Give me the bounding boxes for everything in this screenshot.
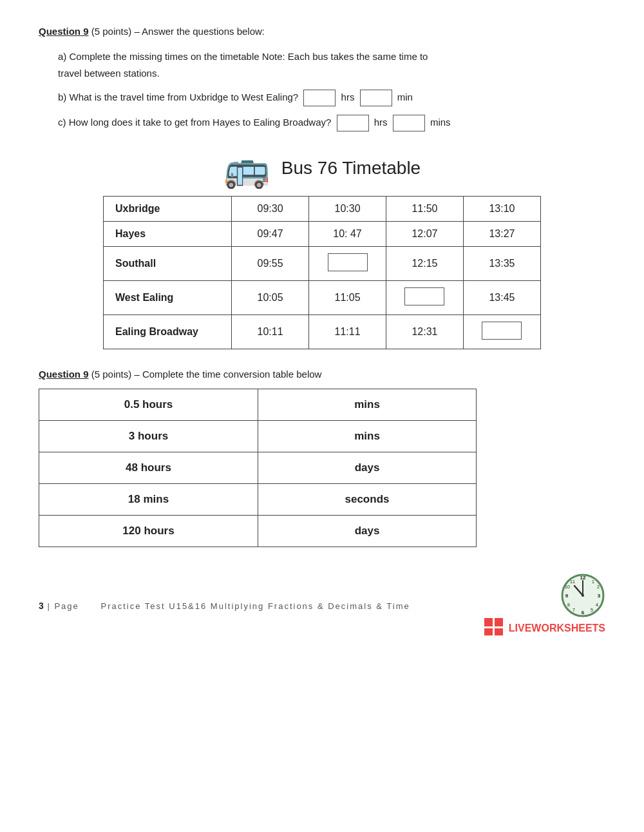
page-number: 3 — [39, 601, 44, 611]
time-cell: 13:27 — [463, 222, 540, 247]
conversion-from: 120 hours — [39, 516, 258, 547]
time-cell: 13:45 — [463, 281, 540, 315]
question-points: (5 points) — [91, 26, 132, 37]
time-cell: 09:55 — [232, 247, 309, 281]
svg-rect-16 — [484, 618, 493, 626]
list-item: 120 hoursdays — [39, 516, 477, 547]
conversion-to[interactable]: days — [258, 452, 477, 484]
timetable-title: Bus 76 Timetable — [281, 158, 421, 179]
time-cell: 10:30 — [309, 197, 386, 222]
clock-icon: 12 3 6 9 1 2 4 5 7 8 10 11 — [560, 573, 605, 618]
sub-question-a: a) Complete the missing times on the tim… — [58, 48, 605, 81]
svg-text:7: 7 — [573, 608, 575, 612]
travel-time-uxbridge-hrs-input[interactable] — [303, 90, 336, 106]
time-cell: 11:50 — [386, 197, 464, 222]
liveworksheets-logo: LIVEWORKSHEETS — [484, 618, 605, 639]
timetable: Uxbridge09:3010:3011:5013:10Hayes09:4710… — [103, 196, 541, 349]
svg-text:8: 8 — [567, 603, 570, 607]
table-row: Uxbridge09:3010:3011:5013:10 — [104, 197, 541, 222]
conversion-from: 3 hours — [39, 421, 258, 452]
liveworksheets-text: LIVEWORKSHEETS — [509, 623, 605, 634]
question-label: Question 9 — [39, 26, 89, 37]
bus-icon: 🚌 — [223, 150, 270, 187]
conversion-to[interactable]: mins — [258, 389, 477, 421]
time-cell: 09:30 — [232, 197, 309, 222]
question-9-header: Question 9 (5 points) – Answer the quest… — [39, 26, 605, 37]
svg-text:1: 1 — [592, 579, 594, 584]
svg-text:12: 12 — [580, 575, 586, 581]
time-cell: 13:10 — [463, 197, 540, 222]
conversion-from: 18 mins — [39, 484, 258, 516]
table-row: Hayes09:4710: 4712:0713:27 — [104, 222, 541, 247]
station-cell: Ealing Broadway — [104, 315, 232, 349]
conversion-from: 48 hours — [39, 452, 258, 484]
table-row: Ealing Broadway10:1111:1112:31 — [104, 315, 541, 349]
svg-text:9: 9 — [565, 593, 569, 599]
timetable-header: 🚌 Bus 76 Timetable — [223, 150, 421, 187]
svg-text:6: 6 — [582, 610, 585, 615]
travel-time-uxbridge-min-input[interactable] — [360, 90, 392, 106]
question-text: Answer the questions below: — [142, 26, 265, 37]
timetable-section: 🚌 Bus 76 Timetable Uxbridge09:3010:3011:… — [39, 150, 605, 349]
station-cell: West Ealing — [104, 281, 232, 315]
timetable-input[interactable] — [404, 287, 444, 305]
svg-text:4: 4 — [596, 603, 598, 607]
table-row: Southall09:5512:1513:35 — [104, 247, 541, 281]
question2-separator: – — [134, 369, 142, 380]
footer-practice: Practice Test U15&16 Multiplying Fractio… — [100, 601, 410, 611]
svg-text:2: 2 — [597, 585, 600, 589]
list-item: 48 hoursdays — [39, 452, 477, 484]
question-9b-header: Question 9 (5 points) – Complete the tim… — [39, 369, 605, 380]
question2-points: (5 points) — [91, 369, 132, 380]
question-separator: – — [134, 26, 142, 37]
time-cell[interactable] — [463, 315, 540, 349]
question2-label: Question 9 — [39, 369, 89, 380]
svg-text:11: 11 — [570, 579, 575, 584]
table-row: West Ealing10:0511:0513:45 — [104, 281, 541, 315]
station-cell: Uxbridge — [104, 197, 232, 222]
travel-time-hayes-hrs-input[interactable] — [337, 115, 369, 131]
time-cell: 10:05 — [232, 281, 309, 315]
logo-icon — [484, 618, 504, 639]
sub-question-b: b) What is the travel time from Uxbridge… — [58, 89, 605, 106]
conversion-table: 0.5 hoursmins3 hoursmins48 hoursdays18 m… — [39, 389, 477, 547]
time-cell[interactable] — [309, 247, 386, 281]
time-cell: 11:11 — [309, 315, 386, 349]
timetable-input[interactable] — [328, 253, 368, 271]
list-item: 18 minsseconds — [39, 484, 477, 516]
time-cell: 12:07 — [386, 222, 464, 247]
question2-text: Complete the time conversion table below — [142, 369, 321, 380]
time-cell: 10:11 — [232, 315, 309, 349]
time-cell: 09:47 — [232, 222, 309, 247]
timetable-input[interactable] — [482, 322, 522, 340]
time-cell: 13:35 — [463, 247, 540, 281]
station-cell: Hayes — [104, 222, 232, 247]
svg-rect-17 — [495, 618, 503, 626]
list-item: 0.5 hoursmins — [39, 389, 477, 421]
time-cell: 12:15 — [386, 247, 464, 281]
footer-pipe: | Page — [47, 601, 97, 611]
svg-point-15 — [582, 594, 584, 597]
svg-text:3: 3 — [598, 593, 601, 599]
svg-rect-19 — [495, 628, 503, 635]
svg-rect-18 — [484, 628, 493, 635]
footer-right: 12 3 6 9 1 2 4 5 7 8 10 11 — [484, 573, 605, 639]
svg-text:5: 5 — [591, 608, 593, 612]
footer: 3 | Page Practice Test U15&16 Multiplyin… — [39, 573, 605, 639]
time-cell: 10: 47 — [309, 222, 386, 247]
list-item: 3 hoursmins — [39, 421, 477, 452]
time-cell: 12:31 — [386, 315, 464, 349]
sub-question-c: c) How long does it take to get from Hay… — [58, 114, 605, 131]
footer-text: 3 | Page Practice Test U15&16 Multiplyin… — [39, 601, 484, 611]
time-cell[interactable] — [386, 281, 464, 315]
conversion-to[interactable]: mins — [258, 421, 477, 452]
svg-text:10: 10 — [565, 585, 570, 589]
station-cell: Southall — [104, 247, 232, 281]
conversion-from: 0.5 hours — [39, 389, 258, 421]
conversion-to[interactable]: seconds — [258, 484, 477, 516]
time-cell: 11:05 — [309, 281, 386, 315]
travel-time-hayes-mins-input[interactable] — [393, 115, 425, 131]
conversion-to[interactable]: days — [258, 516, 477, 547]
